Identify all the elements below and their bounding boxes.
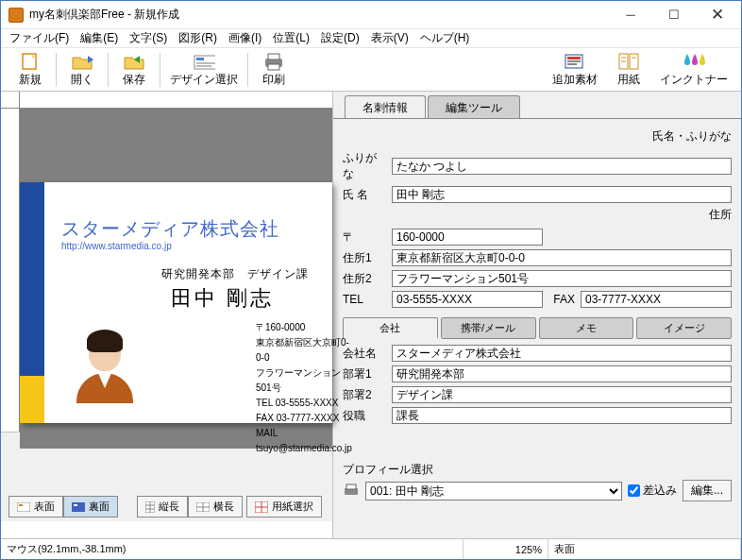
canvas-pane: スターメディア株式会社 http://www.starmedia.co.jp 研… <box>1 92 333 538</box>
profile-select[interactable]: 001: 田中 剛志 <box>365 482 622 501</box>
portrait-button[interactable]: 縦長 <box>137 496 188 518</box>
fax-input[interactable] <box>581 291 732 308</box>
svg-rect-6 <box>268 54 279 59</box>
card-dept[interactable]: 研究開発本部 デザイン課 <box>161 266 309 282</box>
paper-icon <box>617 51 640 72</box>
card-zip: 〒160-0000 <box>256 320 352 335</box>
business-card-preview[interactable]: スターメディア株式会社 http://www.starmedia.co.jp 研… <box>20 182 332 423</box>
ink-toner-button[interactable]: インクトナー <box>652 49 735 90</box>
card-info[interactable]: 〒160-0000 東京都新宿区大京町0-0-0 フラワーマンション501号 T… <box>256 320 352 456</box>
svg-rect-20 <box>74 504 77 506</box>
menu-help[interactable]: ヘルプ(H) <box>415 28 475 48</box>
company-name-input[interactable] <box>392 345 732 362</box>
svg-rect-18 <box>19 504 23 506</box>
new-button[interactable]: 新規 <box>7 49 54 90</box>
card-addr2: フラワーマンション501号 <box>256 365 352 396</box>
titlebar: my名刺倶楽部Free - 新規作成 ─ ☐ ✕ <box>1 1 741 29</box>
card-url[interactable]: http://www.starmedia.co.jp <box>61 241 172 251</box>
card-info-tab[interactable]: 名刺情報 <box>345 95 426 118</box>
addr1-input[interactable] <box>392 249 732 266</box>
dept1-input[interactable] <box>392 365 732 382</box>
canvas-area[interactable]: スターメディア株式会社 http://www.starmedia.co.jp 研… <box>20 109 332 449</box>
furigana-input[interactable] <box>392 158 732 175</box>
svg-rect-17 <box>17 502 30 512</box>
close-button[interactable]: ✕ <box>696 2 739 28</box>
section-address: 住所 <box>343 207 732 223</box>
print-button[interactable]: 印刷 <box>250 49 297 90</box>
name-input[interactable] <box>392 186 732 203</box>
profile-label: プロフィール選択 <box>343 462 732 478</box>
paper-button[interactable]: 用紙 <box>605 49 652 90</box>
printer-icon <box>343 484 360 499</box>
card-mail: MAIL tsuyo@starmedia.co.jp <box>256 426 352 456</box>
addr1-label: 住所1 <box>343 250 386 266</box>
save-icon <box>123 51 145 72</box>
svg-rect-19 <box>72 502 85 512</box>
design-select-button[interactable]: デザイン選択 <box>162 49 245 90</box>
menu-image[interactable]: 画像(I) <box>224 28 266 48</box>
menu-file[interactable]: ファイル(F) <box>5 28 74 48</box>
menu-settings[interactable]: 設定(D) <box>316 28 364 48</box>
horizontal-ruler <box>20 92 332 109</box>
menu-edit[interactable]: 編集(E) <box>76 28 123 48</box>
subtab-memo[interactable]: メモ <box>539 317 634 339</box>
tel-label: TEL <box>343 293 386 306</box>
jobtitle-input[interactable] <box>392 407 732 424</box>
save-label: 保存 <box>123 72 145 88</box>
card-photo[interactable] <box>72 324 138 403</box>
profile-edit-button[interactable]: 編集... <box>683 480 732 501</box>
ruler-corner <box>1 92 20 109</box>
open-button[interactable]: 開く <box>59 49 106 90</box>
landscape-button[interactable]: 横長 <box>188 496 243 518</box>
svg-rect-7 <box>268 64 279 70</box>
card-company[interactable]: スターメディア株式会社 <box>61 216 279 242</box>
save-button[interactable]: 保存 <box>110 49 158 90</box>
menu-view[interactable]: 表示(V) <box>366 28 413 48</box>
new-label: 新規 <box>19 72 42 88</box>
zip-label: 〒 <box>343 229 386 246</box>
status-mouse: マウス(92.1mm,-38.1mm) <box>1 539 464 559</box>
edit-tools-tab[interactable]: 編集ツール <box>428 95 520 118</box>
minimize-button[interactable]: ─ <box>609 2 652 28</box>
print-icon <box>262 51 285 72</box>
name-label: 氏 名 <box>343 187 386 203</box>
print-label: 印刷 <box>262 72 285 88</box>
ink-icon <box>683 51 705 72</box>
material-label: 追加素材 <box>552 72 598 88</box>
menu-text[interactable]: 文字(S) <box>125 28 172 48</box>
back-face-button[interactable]: 裏面 <box>63 496 118 518</box>
svg-rect-2 <box>196 58 204 60</box>
menu-position[interactable]: 位置(L) <box>268 28 314 48</box>
merge-checkbox[interactable]: 差込み <box>628 483 677 499</box>
front-face-button[interactable]: 表面 <box>8 496 63 518</box>
statusbar: マウス(92.1mm,-38.1mm) 125% 表面 <box>1 538 741 559</box>
design-label: デザイン選択 <box>170 72 238 88</box>
section-name: 氏名・ふりがな <box>343 128 732 144</box>
menubar: ファイル(F) 編集(E) 文字(S) 図形(R) 画像(I) 位置(L) 設定… <box>1 29 741 48</box>
furigana-label: ふりがな <box>343 150 386 182</box>
status-zoom: 125% <box>464 539 548 559</box>
add-material-button[interactable]: 追加素材 <box>545 49 605 90</box>
tel-input[interactable] <box>392 291 543 308</box>
card-tel: TEL 03-5555-XXXX <box>256 396 352 411</box>
dept2-input[interactable] <box>392 386 732 403</box>
fax-label: FAX <box>548 293 575 306</box>
design-icon <box>193 51 215 72</box>
card-name[interactable]: 田中 剛志 <box>171 284 274 313</box>
zip-input[interactable] <box>392 229 543 246</box>
svg-rect-11 <box>567 63 577 65</box>
subtab-mobile[interactable]: 携帯/メール <box>441 317 536 339</box>
maximize-button[interactable]: ☐ <box>652 2 696 28</box>
menu-shape[interactable]: 図形(R) <box>174 28 222 48</box>
card-blue-bar <box>20 182 44 376</box>
subtab-image[interactable]: イメージ <box>636 317 732 339</box>
subtab-company[interactable]: 会社 <box>343 317 438 339</box>
svg-rect-3 <box>196 62 215 64</box>
vertical-ruler <box>1 109 20 432</box>
open-icon <box>71 51 93 72</box>
addr2-label: 住所2 <box>343 271 386 287</box>
svg-rect-4 <box>196 65 211 67</box>
paper-select-button[interactable]: 用紙選択 <box>246 496 322 518</box>
addr2-input[interactable] <box>392 270 732 287</box>
svg-rect-32 <box>346 484 356 489</box>
